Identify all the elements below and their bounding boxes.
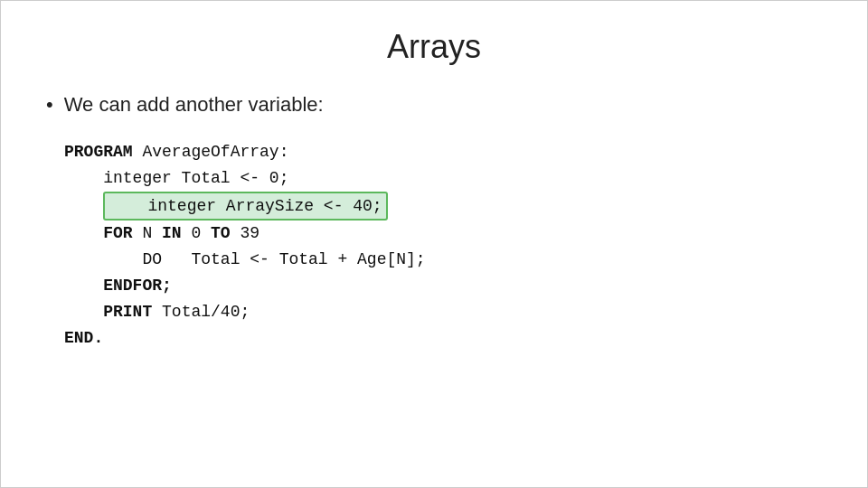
code-line-print: PRINT Total/40; — [64, 299, 822, 325]
print-keyword: PRINT — [103, 303, 152, 321]
code-line-do: DO Total <- Total + Age[N]; — [64, 247, 822, 273]
bullet-text: We can add another variable: — [64, 93, 324, 117]
program-keyword: PROGRAM — [64, 143, 133, 161]
highlighted-code: integer ArraySize <- 40; — [103, 192, 387, 221]
program-name: AverageOfArray: — [142, 143, 288, 161]
bullet-item: We can add another variable: — [46, 93, 822, 117]
code-line-for: FOR N IN 0 TO 39 — [64, 221, 822, 247]
in-keyword: IN — [162, 224, 182, 242]
code-block: PROGRAM AverageOfArray: integer Total <-… — [64, 139, 822, 351]
code-line-program: PROGRAM AverageOfArray: — [64, 139, 822, 165]
end-keyword: END. — [64, 329, 103, 347]
slide-title: Arrays — [46, 28, 822, 66]
to-keyword: TO — [211, 224, 231, 242]
endfor-keyword: ENDFOR; — [103, 277, 172, 295]
code-line-1: integer Total <- 0; — [64, 165, 822, 192]
slide: Arrays We can add another variable: PROG… — [0, 0, 868, 488]
code-line-endfor: ENDFOR; — [64, 273, 822, 299]
code-line-end: END. — [64, 325, 822, 352]
for-keyword: FOR — [103, 224, 132, 242]
code-line-2-highlighted: integer ArraySize <- 40; — [64, 192, 822, 221]
